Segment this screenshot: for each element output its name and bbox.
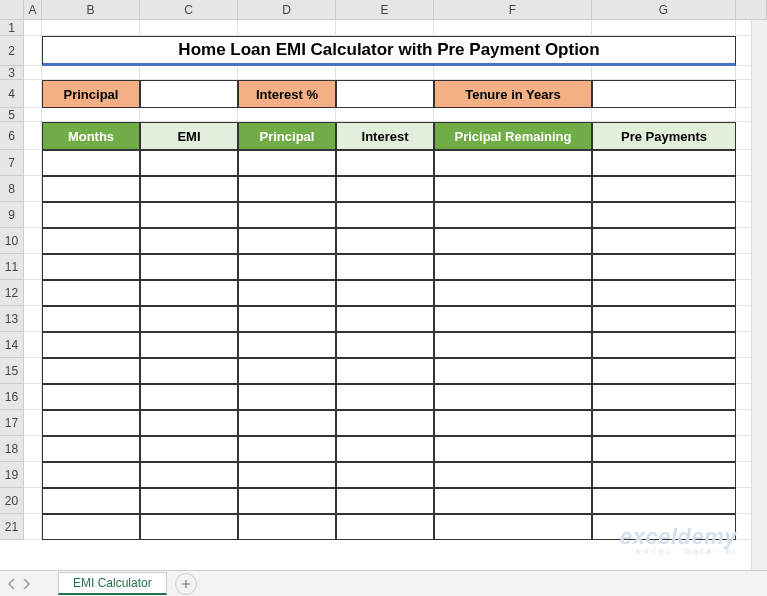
cell-months-10[interactable] <box>42 228 140 254</box>
cell-prepay-17[interactable] <box>592 410 736 436</box>
cell-months-19[interactable] <box>42 462 140 488</box>
cell-interest-10[interactable] <box>336 228 434 254</box>
cell-a8[interactable] <box>24 176 42 202</box>
cell-principal-9[interactable] <box>238 202 336 228</box>
cell-emi-8[interactable] <box>140 176 238 202</box>
row-header-4[interactable]: 4 <box>0 80 24 108</box>
cell-d3[interactable] <box>238 66 336 80</box>
cell-remaining-13[interactable] <box>434 306 592 332</box>
add-sheet-button[interactable] <box>175 573 197 595</box>
cell-months-14[interactable] <box>42 332 140 358</box>
cell-c1[interactable] <box>140 20 238 36</box>
col-header-a[interactable]: A <box>24 0 42 19</box>
cell-a3[interactable] <box>24 66 42 80</box>
tenure-label[interactable]: Tenure in Years <box>434 80 592 108</box>
cell-a13[interactable] <box>24 306 42 332</box>
cell-principal-20[interactable] <box>238 488 336 514</box>
col-header-c[interactable]: C <box>140 0 238 19</box>
cell-interest-15[interactable] <box>336 358 434 384</box>
cell-prepay-19[interactable] <box>592 462 736 488</box>
th-emi[interactable]: EMI <box>140 122 238 150</box>
cell-principal-10[interactable] <box>238 228 336 254</box>
cell-interest-17[interactable] <box>336 410 434 436</box>
tab-prev-icon[interactable] <box>8 579 16 589</box>
cell-principal-18[interactable] <box>238 436 336 462</box>
cell-emi-21[interactable] <box>140 514 238 540</box>
cell-interest-12[interactable] <box>336 280 434 306</box>
cell-months-21[interactable] <box>42 514 140 540</box>
cell-f3[interactable] <box>434 66 592 80</box>
row-header-11[interactable]: 11 <box>0 254 24 280</box>
cell-principal-11[interactable] <box>238 254 336 280</box>
cell-interest-19[interactable] <box>336 462 434 488</box>
cell-g5[interactable] <box>592 108 736 122</box>
cell-remaining-9[interactable] <box>434 202 592 228</box>
cell-a19[interactable] <box>24 462 42 488</box>
interest-label[interactable]: Interest % <box>238 80 336 108</box>
row-header-8[interactable]: 8 <box>0 176 24 202</box>
col-header-d[interactable]: D <box>238 0 336 19</box>
cell-months-18[interactable] <box>42 436 140 462</box>
cell-months-12[interactable] <box>42 280 140 306</box>
cell-e5[interactable] <box>336 108 434 122</box>
th-interest[interactable]: Interest <box>336 122 434 150</box>
cell-principal-17[interactable] <box>238 410 336 436</box>
row-header-20[interactable]: 20 <box>0 488 24 514</box>
th-remaining[interactable]: Pricipal Remaining <box>434 122 592 150</box>
cell-months-11[interactable] <box>42 254 140 280</box>
cell-months-20[interactable] <box>42 488 140 514</box>
col-header-f[interactable]: F <box>434 0 592 19</box>
cell-interest-8[interactable] <box>336 176 434 202</box>
row-header-21[interactable]: 21 <box>0 514 24 540</box>
cell-principal-8[interactable] <box>238 176 336 202</box>
sheet-tab-active[interactable]: EMI Calculator <box>58 572 167 595</box>
cell-prepay-13[interactable] <box>592 306 736 332</box>
th-months[interactable]: Months <box>42 122 140 150</box>
cell-months-7[interactable] <box>42 150 140 176</box>
interest-input[interactable] <box>336 80 434 108</box>
cell-a14[interactable] <box>24 332 42 358</box>
cell-prepay-20[interactable] <box>592 488 736 514</box>
cell-d1[interactable] <box>238 20 336 36</box>
page-title[interactable]: Home Loan EMI Calculator with Pre Paymen… <box>42 36 736 66</box>
cell-interest-18[interactable] <box>336 436 434 462</box>
th-principal[interactable]: Principal <box>238 122 336 150</box>
cell-interest-21[interactable] <box>336 514 434 540</box>
select-all-corner[interactable] <box>0 0 24 19</box>
cell-remaining-16[interactable] <box>434 384 592 410</box>
col-header-b[interactable]: B <box>42 0 140 19</box>
cell-principal-19[interactable] <box>238 462 336 488</box>
cell-emi-10[interactable] <box>140 228 238 254</box>
cell-remaining-8[interactable] <box>434 176 592 202</box>
cell-g3[interactable] <box>592 66 736 80</box>
cell-d5[interactable] <box>238 108 336 122</box>
cell-prepay-18[interactable] <box>592 436 736 462</box>
cell-f5[interactable] <box>434 108 592 122</box>
cell-a9[interactable] <box>24 202 42 228</box>
cell-remaining-11[interactable] <box>434 254 592 280</box>
cell-remaining-19[interactable] <box>434 462 592 488</box>
cell-interest-16[interactable] <box>336 384 434 410</box>
cell-principal-15[interactable] <box>238 358 336 384</box>
cell-prepay-11[interactable] <box>592 254 736 280</box>
cell-a17[interactable] <box>24 410 42 436</box>
cell-months-16[interactable] <box>42 384 140 410</box>
cell-a11[interactable] <box>24 254 42 280</box>
principal-input[interactable] <box>140 80 238 108</box>
row-header-13[interactable]: 13 <box>0 306 24 332</box>
cell-emi-20[interactable] <box>140 488 238 514</box>
cell-emi-11[interactable] <box>140 254 238 280</box>
cell-months-8[interactable] <box>42 176 140 202</box>
cell-principal-13[interactable] <box>238 306 336 332</box>
cell-remaining-7[interactable] <box>434 150 592 176</box>
cell-interest-14[interactable] <box>336 332 434 358</box>
cell-b1[interactable] <box>42 20 140 36</box>
cell-emi-12[interactable] <box>140 280 238 306</box>
cell-remaining-18[interactable] <box>434 436 592 462</box>
cell-emi-14[interactable] <box>140 332 238 358</box>
cell-a4[interactable] <box>24 80 42 108</box>
cell-prepay-7[interactable] <box>592 150 736 176</box>
cell-c3[interactable] <box>140 66 238 80</box>
cell-principal-12[interactable] <box>238 280 336 306</box>
cell-prepay-12[interactable] <box>592 280 736 306</box>
